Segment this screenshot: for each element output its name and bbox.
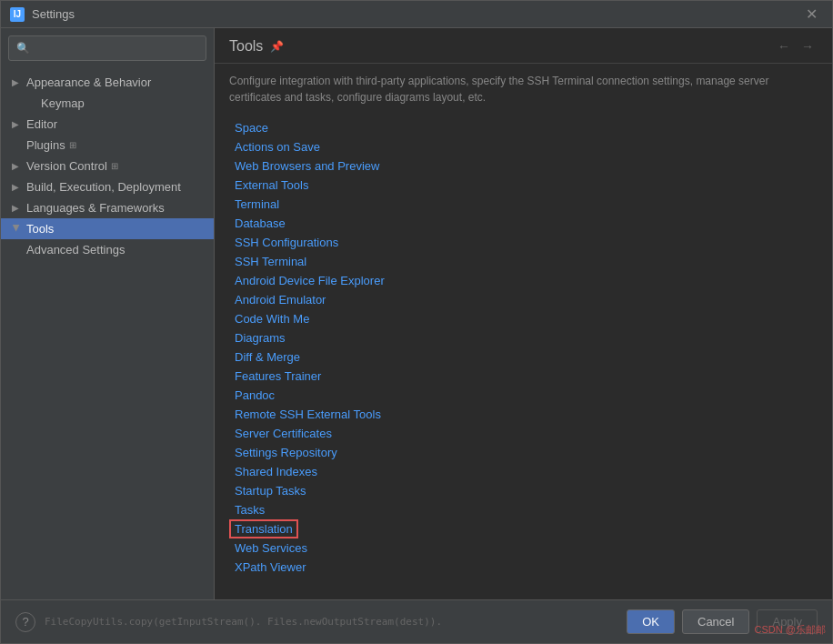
tools-list: SpaceActions on SaveWeb Browsers and Pre… [215, 115, 832, 599]
sidebar-item-appearance[interactable]: ▶ Appearance & Behavior [1, 72, 214, 93]
ok-button[interactable]: OK [627, 609, 675, 634]
tools-item-pandoc[interactable]: Pandoc [229, 386, 818, 405]
tools-item-server-certificates[interactable]: Server Certificates [229, 424, 818, 443]
main-content: 🔍 ▶ Appearance & Behavior ▶ Keymap ▶ Edi… [1, 28, 832, 599]
back-arrow[interactable]: ← [774, 37, 794, 55]
tools-item-database[interactable]: Database [229, 214, 818, 233]
forward-arrow[interactable]: → [798, 37, 818, 55]
pin-icon[interactable]: 📌 [270, 40, 284, 53]
nav-arrows: ← → [774, 37, 818, 55]
window-title: Settings [32, 7, 800, 21]
cancel-button[interactable]: Cancel [682, 609, 749, 634]
sidebar-item-label: Advanced Settings [26, 243, 125, 257]
close-button[interactable]: ✕ [800, 4, 823, 25]
watermark: CSDN @乐邮邮 [755, 623, 826, 637]
tools-item-web-browsers[interactable]: Web Browsers and Preview [229, 156, 818, 176]
panel-description: Configure integration with third-party a… [215, 64, 832, 115]
tools-item-terminal[interactable]: Terminal [229, 195, 818, 214]
sidebar-item-tools[interactable]: ▶ Tools [1, 218, 214, 239]
arrow-icon: ▶ [12, 182, 21, 192]
tools-item-diagrams[interactable]: Diagrams [229, 328, 818, 347]
search-input[interactable] [35, 42, 198, 55]
plugins-badge-icon: ⊞ [69, 140, 76, 150]
arrow-icon: ▶ [12, 225, 22, 234]
sidebar-item-version-control[interactable]: ▶ Version Control ⊞ [1, 156, 214, 176]
vc-badge-icon: ⊞ [111, 161, 118, 171]
sidebar: 🔍 ▶ Appearance & Behavior ▶ Keymap ▶ Edi… [1, 28, 215, 599]
tools-item-code-with-me[interactable]: Code With Me [229, 309, 818, 328]
sidebar-item-advanced[interactable]: ▶ Advanced Settings [1, 239, 214, 260]
tools-item-translation[interactable]: Translation [229, 519, 298, 538]
arrow-icon: ▶ [12, 203, 21, 213]
titlebar: IJ Settings ✕ [1, 1, 832, 28]
arrow-icon: ▶ [12, 119, 21, 129]
tools-item-features-trainer[interactable]: Features Trainer [229, 367, 818, 386]
tools-item-xpath-viewer[interactable]: XPath Viewer [229, 558, 818, 577]
tools-item-diff-merge[interactable]: Diff & Merge [229, 347, 818, 367]
tools-item-web-services[interactable]: Web Services [229, 538, 818, 558]
panel-title: Tools [229, 38, 263, 55]
settings-window: IJ Settings ✕ 🔍 ▶ Appearance & Behavior … [0, 0, 833, 644]
sidebar-item-keymap[interactable]: ▶ Keymap [1, 93, 214, 114]
arrow-icon: ▶ [12, 161, 21, 171]
search-box[interactable]: 🔍 [8, 35, 206, 61]
tools-item-startup-tasks[interactable]: Startup Tasks [229, 481, 818, 500]
tools-item-remote-ssh[interactable]: Remote SSH External Tools [229, 405, 818, 424]
search-icon: 🔍 [16, 42, 30, 55]
tools-item-external-tools[interactable]: External Tools [229, 176, 818, 195]
sidebar-item-label: Build, Execution, Deployment [26, 180, 181, 194]
sidebar-list: ▶ Appearance & Behavior ▶ Keymap ▶ Edito… [1, 68, 214, 599]
panel-header: Tools 📌 ← → [215, 28, 832, 64]
sidebar-item-plugins[interactable]: ▶ Plugins ⊞ [1, 135, 214, 156]
tools-item-tasks[interactable]: Tasks [229, 500, 818, 519]
tools-item-space[interactable]: Space [229, 118, 818, 137]
sidebar-item-label: Plugins [26, 138, 65, 152]
tools-item-android-emulator[interactable]: Android Emulator [229, 290, 818, 309]
tools-item-ssh-configurations[interactable]: SSH Configurations [229, 233, 818, 252]
sidebar-item-editor[interactable]: ▶ Editor [1, 114, 214, 135]
bottom-bar: ? FileCopyUtils.copy(getInputStream(). F… [1, 599, 832, 643]
sidebar-item-label: Editor [26, 117, 57, 131]
tools-item-settings-repository[interactable]: Settings Repository [229, 443, 818, 462]
sidebar-item-label: Languages & Frameworks [26, 201, 165, 215]
app-icon: IJ [10, 7, 25, 22]
arrow-icon: ▶ [12, 77, 21, 87]
sidebar-item-label: Version Control [26, 159, 107, 173]
sidebar-item-label: Appearance & Behavior [26, 75, 151, 89]
tools-item-shared-indexes[interactable]: Shared Indexes [229, 462, 818, 481]
sidebar-item-languages[interactable]: ▶ Languages & Frameworks [1, 197, 214, 218]
status-text: FileCopyUtils.copy(getInputStream(). Fil… [45, 616, 627, 628]
help-button[interactable]: ? [15, 612, 35, 632]
sidebar-item-label: Tools [26, 222, 54, 236]
tools-item-android-device[interactable]: Android Device File Explorer [229, 271, 818, 290]
tools-item-ssh-terminal[interactable]: SSH Terminal [229, 252, 818, 271]
right-panel: Tools 📌 ← → Configure integration with t… [215, 28, 832, 599]
sidebar-item-label: Keymap [41, 96, 85, 110]
sidebar-item-build[interactable]: ▶ Build, Execution, Deployment [1, 176, 214, 197]
tools-item-actions-on-save[interactable]: Actions on Save [229, 137, 818, 156]
